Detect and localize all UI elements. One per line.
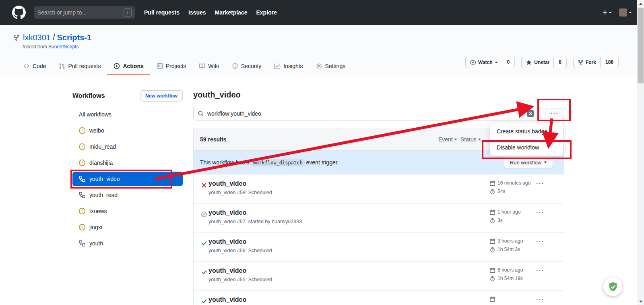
search-icon — [198, 110, 204, 117]
run-time: 3 hours ago — [497, 238, 523, 244]
chevron-down-icon — [609, 12, 612, 15]
workflow-options-kebab-button[interactable] — [545, 108, 564, 119]
header-right: + — [603, 8, 632, 17]
book-icon — [199, 63, 205, 69]
run-options-kebab-button[interactable] — [536, 209, 545, 216]
repo-tab-bar: Code Pull requests Actions Projects Wiki… — [17, 58, 352, 75]
sidebar-item-midu-read[interactable]: midu_read — [72, 139, 183, 154]
chevron-down-icon — [629, 12, 632, 15]
fork-button[interactable]: Fork — [573, 57, 601, 68]
create-new-menu[interactable]: + — [603, 8, 612, 17]
repo-separator: / — [53, 33, 55, 42]
user-menu[interactable] — [619, 8, 632, 17]
run-time: 1 hour ago — [497, 209, 520, 215]
nav-pull-requests[interactable]: Pull requests — [144, 9, 180, 16]
calendar-icon — [489, 296, 495, 302]
workflow-runs-search[interactable]: ✕ — [193, 107, 539, 120]
workflow-run-row: youth_video youth_video #56: Scheduled 3… — [194, 232, 564, 261]
run-workflow-button[interactable]: Run workflow — [504, 157, 553, 168]
workflow-options-menu: Create status badge Disable workflow — [490, 123, 563, 156]
unstar-button[interactable]: Unstar — [521, 57, 554, 68]
run-options-kebab-button[interactable] — [536, 180, 545, 187]
sidebar-item-weibo[interactable]: weibo — [72, 123, 183, 138]
nav-issues[interactable]: Issues — [188, 9, 206, 16]
workflow-icon — [79, 176, 85, 182]
adguard-shield-button[interactable] — [603, 277, 622, 296]
sidebar-item-youth-read[interactable]: youth_read — [72, 188, 183, 202]
star-count[interactable]: 8 — [554, 57, 567, 68]
chevron-down-icon — [495, 62, 498, 65]
tab-actions[interactable]: Actions — [107, 58, 150, 75]
chevron-down-icon — [544, 162, 547, 165]
star-icon — [526, 59, 532, 66]
chevron-down-icon — [454, 139, 457, 142]
calendar-icon — [489, 209, 495, 215]
sidebar-item-youth-video[interactable]: youth_video — [72, 172, 183, 186]
workflow-search-input[interactable] — [207, 110, 527, 117]
watch-count[interactable]: 0 — [502, 57, 515, 68]
github-logo-icon[interactable] — [12, 6, 26, 19]
sidebar-item-jingxi[interactable]: jingxi — [72, 220, 183, 234]
scroll-down-arrow[interactable] — [637, 298, 644, 305]
fork-button-group: Fork 188 — [573, 57, 619, 68]
eye-icon — [470, 59, 476, 66]
event-filter-dropdown[interactable]: Event — [438, 136, 457, 143]
tab-security[interactable]: Security — [225, 58, 268, 75]
scroll-up-arrow[interactable] — [637, 0, 644, 7]
tab-projects[interactable]: Projects — [150, 58, 193, 75]
calendar-icon — [489, 238, 495, 244]
shield-check-icon — [607, 281, 619, 293]
scrollbar-thumb[interactable] — [638, 8, 644, 83]
tab-insights[interactable]: Insights — [268, 58, 309, 75]
project-icon — [157, 63, 163, 69]
new-workflow-button[interactable]: New workflow — [140, 90, 183, 102]
run-options-kebab-button[interactable] — [536, 238, 545, 245]
run-options-kebab-button[interactable] — [536, 267, 545, 274]
sidebar-item-dianshijia[interactable]: dianshijia — [72, 156, 183, 170]
repo-action-buttons: Watch 0 Unstar 8 — [465, 57, 619, 68]
repo-name-link[interactable]: Scripts-1 — [57, 33, 92, 42]
repo-header: lxk0301 / Scripts-1 forked from Sunert/S… — [0, 25, 644, 75]
sidebar-item-youth[interactable]: youth — [72, 236, 183, 251]
global-search-box[interactable]: / — [34, 6, 135, 19]
workflow-run-row: youth_video youth_video #57: started by … — [194, 203, 564, 232]
clear-search-button[interactable]: ✕ — [527, 110, 534, 117]
avatar — [619, 8, 627, 17]
results-count: 59 results — [200, 136, 226, 143]
run-time: 6 hours ago — [497, 267, 523, 273]
calendar-icon — [489, 180, 495, 186]
repo-forked-icon — [13, 34, 20, 41]
workflow-run-row: youth_video — [194, 290, 564, 305]
sidebar-title: Workflows — [72, 92, 105, 100]
watch-button-group: Watch 0 — [465, 57, 515, 68]
sidebar-item-all-workflows[interactable]: All workflows — [72, 107, 183, 122]
warning-icon — [79, 127, 85, 134]
code-icon — [23, 63, 30, 69]
tab-settings[interactable]: Settings — [310, 58, 352, 75]
success-check-icon — [201, 240, 207, 247]
tab-wiki[interactable]: Wiki — [192, 58, 225, 75]
vertical-scrollbar[interactable] — [637, 0, 644, 305]
stopwatch-icon — [489, 189, 495, 195]
calendar-icon — [489, 267, 495, 273]
repo-owner-link[interactable]: lxk0301 — [23, 33, 51, 42]
graph-icon — [274, 63, 281, 69]
tab-code[interactable]: Code — [17, 58, 52, 75]
run-options-kebab-button[interactable] — [536, 296, 545, 303]
watch-button[interactable]: Watch — [465, 57, 502, 68]
workflow-dispatch-code: workflow_dispatch — [251, 159, 305, 166]
sidebar-item-txnews[interactable]: txnews — [72, 204, 183, 218]
chevron-down-icon — [478, 139, 481, 142]
nav-marketplace[interactable]: Marketplace — [215, 9, 248, 16]
menu-item-disable-workflow[interactable]: Disable workflow — [490, 139, 563, 156]
tab-pull-requests[interactable]: Pull requests — [52, 58, 107, 75]
global-search-input[interactable] — [37, 9, 124, 16]
fork-count[interactable]: 188 — [601, 57, 619, 68]
nav-explore[interactable]: Explore — [256, 9, 277, 16]
slash-key-hint: / — [124, 8, 132, 17]
failed-x-icon — [201, 182, 207, 189]
run-title-link[interactable]: youth_video — [208, 296, 564, 303]
menu-item-create-status-badge[interactable]: Create status badge — [490, 123, 563, 139]
status-filter-dropdown[interactable]: Status — [460, 136, 481, 143]
forked-repo-link[interactable]: Sunert/Scripts — [48, 44, 78, 50]
